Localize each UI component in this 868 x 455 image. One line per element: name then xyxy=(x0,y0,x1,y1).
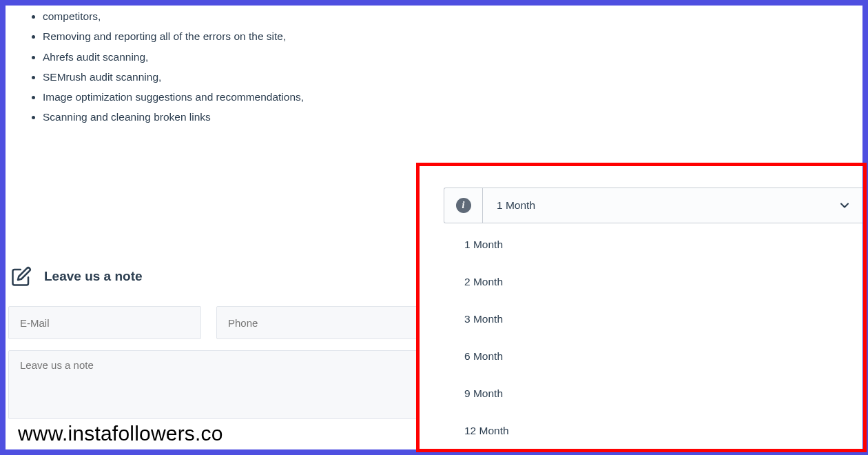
note-title: Leave us a note xyxy=(44,269,143,284)
dropdown-option[interactable]: 6 Month xyxy=(442,338,531,375)
chevron-down-icon xyxy=(827,199,862,212)
info-icon[interactable]: i xyxy=(444,188,483,223)
list-item: SEMrush audit scanning, xyxy=(43,69,849,85)
dropdown-option[interactable]: 2 Month xyxy=(442,263,531,301)
dropdown-option[interactable]: 12 Month xyxy=(442,412,531,449)
list-item: Image optimization suggestions and recom… xyxy=(43,89,849,105)
feature-list: competitors, Removing and reporting all … xyxy=(32,4,849,130)
edit-icon xyxy=(11,266,32,287)
dropdown-option[interactable]: 3 Month xyxy=(442,301,531,338)
dropdown-option[interactable]: 1 Month xyxy=(442,226,531,263)
list-item: Ahrefs audit scanning, xyxy=(43,49,849,65)
watermark-text: www.instafollowers.co xyxy=(18,422,223,445)
note-textarea[interactable] xyxy=(8,350,417,419)
list-item: Removing and reporting all of the errors… xyxy=(43,28,849,44)
dropdown-options-list: 1 Month 2 Month 3 Month 6 Month 9 Month … xyxy=(442,226,531,449)
duration-dropdown[interactable]: i 1 Month xyxy=(444,188,862,223)
phone-field[interactable] xyxy=(216,306,417,339)
list-item: competitors, xyxy=(43,8,849,24)
dropdown-selected-label: 1 Month xyxy=(483,199,827,212)
list-item: Scanning and cleaning broken links xyxy=(43,109,849,125)
dropdown-option[interactable]: 9 Month xyxy=(442,375,531,412)
email-field[interactable] xyxy=(8,306,201,339)
